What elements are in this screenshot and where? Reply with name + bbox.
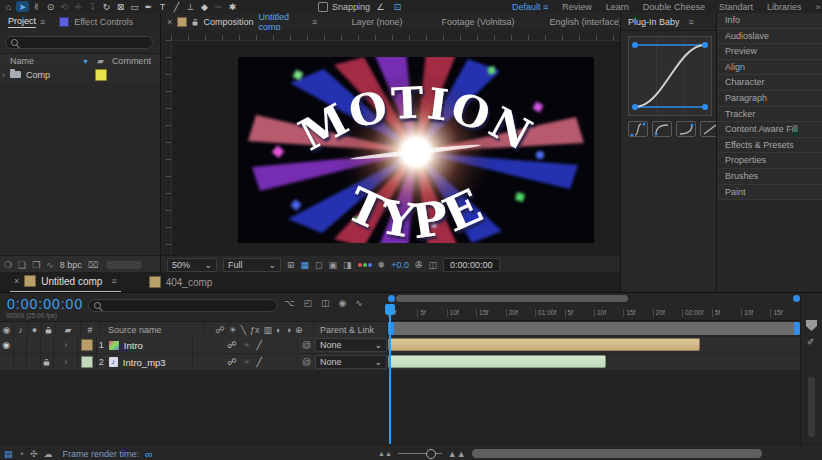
- layer2-duration-bar[interactable]: [388, 355, 606, 368]
- layer2-shy-icon[interactable]: ☀: [243, 357, 251, 367]
- divider-left[interactable]: [160, 13, 161, 272]
- workspace-review[interactable]: Review: [562, 2, 592, 12]
- column-comment-label[interactable]: Comment: [112, 56, 151, 66]
- workspace-overflow-chevron[interactable]: »: [815, 2, 820, 12]
- eraser-tool[interactable]: ◆: [198, 1, 211, 12]
- timeline-tab-untitled-comp[interactable]: × Untitled comp ≡: [10, 271, 121, 293]
- puppet-pin-tool[interactable]: ✱: [226, 1, 239, 12]
- layer1-audio-cell[interactable]: [14, 337, 28, 353]
- home-button[interactable]: ⌂: [2, 1, 15, 12]
- pixel-aspect-icon[interactable]: ◨: [343, 260, 352, 270]
- timeline-vertical-scrollbar[interactable]: [808, 377, 815, 437]
- sidebar-item-properties[interactable]: Properties: [716, 153, 822, 169]
- resolution-dropdown[interactable]: Full⌄: [223, 258, 281, 272]
- fast-previews-icon[interactable]: ❅: [378, 260, 386, 270]
- viewer-ruler-vertical[interactable]: [161, 40, 172, 255]
- exposure-value[interactable]: +0.0: [391, 260, 409, 270]
- timeline-horizontal-scrollbar[interactable]: [472, 449, 762, 458]
- layer1-color-chip[interactable]: [78, 337, 96, 353]
- lock-column-icon[interactable]: [42, 322, 56, 337]
- timeline-current-timecode[interactable]: 0:00:00:00: [7, 296, 83, 312]
- snapping-checkbox[interactable]: [318, 2, 328, 12]
- sidebar-item-audioslave[interactable]: Audioslave: [716, 29, 822, 45]
- timeline-tab-close-icon[interactable]: ×: [14, 276, 19, 286]
- sidebar-item-brushes[interactable]: Brushes: [716, 169, 822, 185]
- timeline-zoom-slider[interactable]: [398, 453, 442, 454]
- sidebar-item-preview[interactable]: Preview: [716, 44, 822, 60]
- sort-arrow-icon[interactable]: ▼: [82, 58, 89, 65]
- divider-right[interactable]: [716, 13, 717, 292]
- layer1-shy-icon[interactable]: ☀: [243, 340, 251, 350]
- parent-link-column-header[interactable]: Parent & Link: [314, 322, 388, 337]
- time-navigator-track[interactable]: [388, 295, 800, 302]
- magnification-dropdown[interactable]: 50%⌄: [167, 258, 217, 272]
- waveform-icon[interactable]: ∿: [46, 260, 54, 270]
- sidebar-item-effects-presets[interactable]: Effects & Presets: [716, 138, 822, 154]
- layer2-expander-icon[interactable]: ›: [54, 354, 78, 370]
- cloud-icon[interactable]: ☁: [44, 449, 53, 459]
- comp-marker-button[interactable]: [806, 320, 817, 331]
- tab-footage[interactable]: Footage (Volnitsa): [441, 17, 514, 27]
- pen-tool[interactable]: ✒: [142, 1, 155, 12]
- show-snapshot-icon[interactable]: ◫: [428, 260, 437, 270]
- timeline-ruler[interactable]: 0f 5f 10f 15f 20f 01:00f 5f 10f 15f 20f …: [388, 304, 800, 321]
- expander-icon[interactable]: ›: [2, 70, 5, 80]
- timeline-panel-menu-icon[interactable]: ≡: [111, 276, 116, 286]
- channels-icon[interactable]: [358, 263, 372, 267]
- layer1-lock-cell[interactable]: [41, 337, 55, 353]
- tab-effect-controls[interactable]: Effect Controls: [74, 17, 133, 27]
- new-folder-icon[interactable]: ❏: [18, 260, 26, 270]
- layer2-collapse-icon[interactable]: ☍: [227, 357, 236, 367]
- layer2-audio-cell[interactable]: [14, 354, 28, 370]
- sidebar-item-content-aware-fill[interactable]: Content Aware Fill: [716, 122, 822, 138]
- layer1-collapse-icon[interactable]: ☍: [227, 340, 236, 350]
- divider-center[interactable]: [620, 13, 621, 292]
- plugin-panel-menu-icon[interactable]: ≡: [689, 17, 694, 27]
- comp-button-icon[interactable]: ✐: [807, 337, 815, 347]
- preset-ease-out-button[interactable]: [652, 121, 672, 137]
- item-label-color-chip[interactable]: [95, 69, 107, 81]
- rotate-tool[interactable]: ↻: [100, 1, 113, 12]
- composition-name-link[interactable]: Untitled comp: [259, 12, 309, 32]
- layer2-quality-icon[interactable]: ╱: [257, 357, 262, 367]
- source-name-column-header[interactable]: Source name: [100, 322, 205, 337]
- trash-icon[interactable]: ⌧: [88, 260, 98, 270]
- tab-layer[interactable]: Layer (none): [351, 17, 402, 27]
- workspace-libraries[interactable]: Libraries: [767, 2, 802, 12]
- region-of-interest-icon[interactable]: ◻: [315, 260, 322, 270]
- sidebar-item-paragraph[interactable]: Paragraph: [716, 91, 822, 107]
- sidebar-item-paint[interactable]: Paint: [716, 185, 822, 201]
- rectangle-tool[interactable]: ▭: [128, 1, 141, 12]
- sidebar-item-info[interactable]: Info: [716, 13, 822, 29]
- switches-column-header[interactable]: ☍☀ ╲ƒx ▥◐ ◑⊕: [205, 322, 314, 337]
- layer1-duration-bar[interactable]: [388, 338, 700, 351]
- layer2-parent-dropdown[interactable]: None⌄: [315, 355, 387, 369]
- zoom-out-mountain-icon[interactable]: ▲▲: [378, 450, 392, 457]
- workspace-standart[interactable]: Standart: [719, 2, 753, 12]
- adaptive-resolution-icon[interactable]: ▤: [4, 449, 13, 459]
- zoom-slider-knob[interactable]: [426, 449, 436, 459]
- brush-tool[interactable]: ╱: [170, 1, 183, 12]
- project-footer-scroll-pill[interactable]: [106, 261, 142, 269]
- selection-tool[interactable]: ➤: [16, 1, 29, 12]
- project-panel-menu-icon[interactable]: ≡: [40, 17, 45, 27]
- layer1-parent-pickwhip-icon[interactable]: @: [302, 340, 311, 350]
- zoom-tool[interactable]: ⊙: [44, 1, 57, 12]
- render-queue-icon[interactable]: ◔: [19, 449, 24, 459]
- comp-mini-flowchart-icon[interactable]: ⌥: [284, 298, 294, 308]
- sidebar-item-tracker[interactable]: Tracker: [716, 107, 822, 123]
- zoom-in-mountain-icon[interactable]: ▲▲: [448, 449, 466, 459]
- mask-visibility-icon[interactable]: ▦: [301, 260, 310, 270]
- dolly-camera-tool[interactable]: ↧: [86, 1, 99, 12]
- sidebar-item-character[interactable]: Character: [716, 75, 822, 91]
- frame-blending-icon[interactable]: ◫: [321, 298, 330, 308]
- comp-lock-icon[interactable]: [193, 21, 198, 25]
- draft-3d-icon[interactable]: ◰: [303, 298, 312, 308]
- pan-camera-tool[interactable]: ✛: [72, 1, 85, 12]
- ease-curve-editor[interactable]: [628, 36, 712, 116]
- camera-tool[interactable]: ⊠: [114, 1, 127, 12]
- layer2-parent-pickwhip-icon[interactable]: @: [302, 357, 311, 367]
- layer1-quality-icon[interactable]: ╱: [257, 340, 262, 350]
- plugin-panel-title[interactable]: Plug-In Baby: [628, 17, 680, 27]
- flowchart-icon[interactable]: ✣: [30, 449, 38, 459]
